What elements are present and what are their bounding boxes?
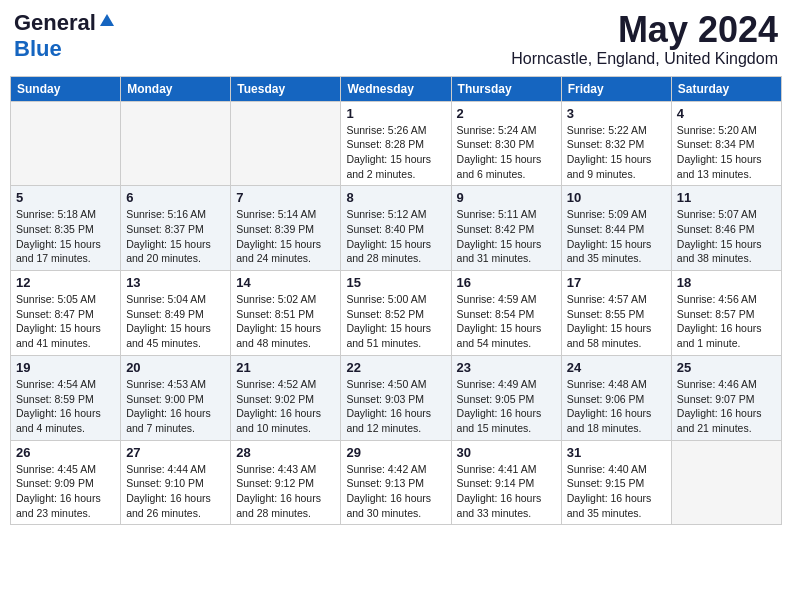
day-number: 21 xyxy=(236,360,335,375)
day-number: 10 xyxy=(567,190,666,205)
day-number: 9 xyxy=(457,190,556,205)
calendar-cell: 29Sunrise: 4:42 AMSunset: 9:13 PMDayligh… xyxy=(341,440,451,525)
day-info: Sunrise: 5:00 AMSunset: 8:52 PMDaylight:… xyxy=(346,292,445,351)
calendar-week-row: 5Sunrise: 5:18 AMSunset: 8:35 PMDaylight… xyxy=(11,186,782,271)
day-number: 28 xyxy=(236,445,335,460)
day-info: Sunrise: 4:56 AMSunset: 8:57 PMDaylight:… xyxy=(677,292,776,351)
day-info: Sunrise: 5:20 AMSunset: 8:34 PMDaylight:… xyxy=(677,123,776,182)
day-header-monday: Monday xyxy=(121,76,231,101)
day-info: Sunrise: 4:57 AMSunset: 8:55 PMDaylight:… xyxy=(567,292,666,351)
day-number: 3 xyxy=(567,106,666,121)
calendar-cell xyxy=(11,101,121,186)
calendar-cell: 30Sunrise: 4:41 AMSunset: 9:14 PMDayligh… xyxy=(451,440,561,525)
logo-triangle-icon xyxy=(99,12,115,32)
calendar-cell: 16Sunrise: 4:59 AMSunset: 8:54 PMDayligh… xyxy=(451,271,561,356)
day-info: Sunrise: 4:42 AMSunset: 9:13 PMDaylight:… xyxy=(346,462,445,521)
calendar-cell: 2Sunrise: 5:24 AMSunset: 8:30 PMDaylight… xyxy=(451,101,561,186)
day-header-wednesday: Wednesday xyxy=(341,76,451,101)
calendar-cell: 28Sunrise: 4:43 AMSunset: 9:12 PMDayligh… xyxy=(231,440,341,525)
day-info: Sunrise: 4:43 AMSunset: 9:12 PMDaylight:… xyxy=(236,462,335,521)
day-info: Sunrise: 5:16 AMSunset: 8:37 PMDaylight:… xyxy=(126,207,225,266)
calendar-cell: 21Sunrise: 4:52 AMSunset: 9:02 PMDayligh… xyxy=(231,355,341,440)
title-area: May 2024 Horncastle, England, United Kin… xyxy=(511,10,778,68)
day-info: Sunrise: 4:53 AMSunset: 9:00 PMDaylight:… xyxy=(126,377,225,436)
calendar-cell: 24Sunrise: 4:48 AMSunset: 9:06 PMDayligh… xyxy=(561,355,671,440)
day-number: 8 xyxy=(346,190,445,205)
day-info: Sunrise: 5:18 AMSunset: 8:35 PMDaylight:… xyxy=(16,207,115,266)
month-title: May 2024 xyxy=(511,10,778,50)
day-number: 22 xyxy=(346,360,445,375)
calendar-cell: 4Sunrise: 5:20 AMSunset: 8:34 PMDaylight… xyxy=(671,101,781,186)
day-info: Sunrise: 5:09 AMSunset: 8:44 PMDaylight:… xyxy=(567,207,666,266)
location-title: Horncastle, England, United Kingdom xyxy=(511,50,778,68)
day-info: Sunrise: 5:07 AMSunset: 8:46 PMDaylight:… xyxy=(677,207,776,266)
calendar-week-row: 1Sunrise: 5:26 AMSunset: 8:28 PMDaylight… xyxy=(11,101,782,186)
day-number: 14 xyxy=(236,275,335,290)
calendar-week-row: 26Sunrise: 4:45 AMSunset: 9:09 PMDayligh… xyxy=(11,440,782,525)
day-header-friday: Friday xyxy=(561,76,671,101)
calendar-cell: 8Sunrise: 5:12 AMSunset: 8:40 PMDaylight… xyxy=(341,186,451,271)
calendar-cell: 7Sunrise: 5:14 AMSunset: 8:39 PMDaylight… xyxy=(231,186,341,271)
day-number: 19 xyxy=(16,360,115,375)
calendar-cell: 19Sunrise: 4:54 AMSunset: 8:59 PMDayligh… xyxy=(11,355,121,440)
day-info: Sunrise: 5:22 AMSunset: 8:32 PMDaylight:… xyxy=(567,123,666,182)
calendar-cell: 27Sunrise: 4:44 AMSunset: 9:10 PMDayligh… xyxy=(121,440,231,525)
day-number: 13 xyxy=(126,275,225,290)
calendar-cell: 12Sunrise: 5:05 AMSunset: 8:47 PMDayligh… xyxy=(11,271,121,356)
day-number: 26 xyxy=(16,445,115,460)
day-header-saturday: Saturday xyxy=(671,76,781,101)
svg-marker-0 xyxy=(100,14,114,26)
day-info: Sunrise: 5:24 AMSunset: 8:30 PMDaylight:… xyxy=(457,123,556,182)
calendar-cell: 26Sunrise: 4:45 AMSunset: 9:09 PMDayligh… xyxy=(11,440,121,525)
page-header: General Blue May 2024 Horncastle, Englan… xyxy=(10,10,782,68)
day-info: Sunrise: 5:02 AMSunset: 8:51 PMDaylight:… xyxy=(236,292,335,351)
day-info: Sunrise: 5:11 AMSunset: 8:42 PMDaylight:… xyxy=(457,207,556,266)
day-number: 17 xyxy=(567,275,666,290)
day-info: Sunrise: 5:26 AMSunset: 8:28 PMDaylight:… xyxy=(346,123,445,182)
day-info: Sunrise: 4:50 AMSunset: 9:03 PMDaylight:… xyxy=(346,377,445,436)
calendar-table: SundayMondayTuesdayWednesdayThursdayFrid… xyxy=(10,76,782,526)
calendar-cell: 6Sunrise: 5:16 AMSunset: 8:37 PMDaylight… xyxy=(121,186,231,271)
calendar-cell xyxy=(121,101,231,186)
calendar-cell: 31Sunrise: 4:40 AMSunset: 9:15 PMDayligh… xyxy=(561,440,671,525)
day-number: 4 xyxy=(677,106,776,121)
day-header-thursday: Thursday xyxy=(451,76,561,101)
calendar-cell: 23Sunrise: 4:49 AMSunset: 9:05 PMDayligh… xyxy=(451,355,561,440)
day-info: Sunrise: 4:46 AMSunset: 9:07 PMDaylight:… xyxy=(677,377,776,436)
day-number: 31 xyxy=(567,445,666,460)
day-number: 5 xyxy=(16,190,115,205)
calendar-cell: 25Sunrise: 4:46 AMSunset: 9:07 PMDayligh… xyxy=(671,355,781,440)
day-header-sunday: Sunday xyxy=(11,76,121,101)
day-info: Sunrise: 4:59 AMSunset: 8:54 PMDaylight:… xyxy=(457,292,556,351)
day-number: 29 xyxy=(346,445,445,460)
day-info: Sunrise: 4:45 AMSunset: 9:09 PMDaylight:… xyxy=(16,462,115,521)
calendar-cell: 13Sunrise: 5:04 AMSunset: 8:49 PMDayligh… xyxy=(121,271,231,356)
calendar-cell: 9Sunrise: 5:11 AMSunset: 8:42 PMDaylight… xyxy=(451,186,561,271)
day-info: Sunrise: 5:12 AMSunset: 8:40 PMDaylight:… xyxy=(346,207,445,266)
day-info: Sunrise: 4:40 AMSunset: 9:15 PMDaylight:… xyxy=(567,462,666,521)
calendar-cell: 3Sunrise: 5:22 AMSunset: 8:32 PMDaylight… xyxy=(561,101,671,186)
logo-blue: Blue xyxy=(14,36,62,61)
day-info: Sunrise: 5:14 AMSunset: 8:39 PMDaylight:… xyxy=(236,207,335,266)
logo: General Blue xyxy=(14,10,115,62)
calendar-cell: 22Sunrise: 4:50 AMSunset: 9:03 PMDayligh… xyxy=(341,355,451,440)
calendar-cell: 10Sunrise: 5:09 AMSunset: 8:44 PMDayligh… xyxy=(561,186,671,271)
logo-general: General xyxy=(14,10,96,36)
day-number: 25 xyxy=(677,360,776,375)
day-number: 2 xyxy=(457,106,556,121)
calendar-week-row: 12Sunrise: 5:05 AMSunset: 8:47 PMDayligh… xyxy=(11,271,782,356)
calendar-cell: 17Sunrise: 4:57 AMSunset: 8:55 PMDayligh… xyxy=(561,271,671,356)
day-number: 6 xyxy=(126,190,225,205)
calendar-week-row: 19Sunrise: 4:54 AMSunset: 8:59 PMDayligh… xyxy=(11,355,782,440)
calendar-cell: 1Sunrise: 5:26 AMSunset: 8:28 PMDaylight… xyxy=(341,101,451,186)
day-number: 15 xyxy=(346,275,445,290)
day-info: Sunrise: 4:48 AMSunset: 9:06 PMDaylight:… xyxy=(567,377,666,436)
day-header-tuesday: Tuesday xyxy=(231,76,341,101)
calendar-cell: 5Sunrise: 5:18 AMSunset: 8:35 PMDaylight… xyxy=(11,186,121,271)
day-info: Sunrise: 5:04 AMSunset: 8:49 PMDaylight:… xyxy=(126,292,225,351)
day-info: Sunrise: 4:52 AMSunset: 9:02 PMDaylight:… xyxy=(236,377,335,436)
calendar-cell: 15Sunrise: 5:00 AMSunset: 8:52 PMDayligh… xyxy=(341,271,451,356)
day-number: 16 xyxy=(457,275,556,290)
day-number: 18 xyxy=(677,275,776,290)
calendar-cell: 20Sunrise: 4:53 AMSunset: 9:00 PMDayligh… xyxy=(121,355,231,440)
